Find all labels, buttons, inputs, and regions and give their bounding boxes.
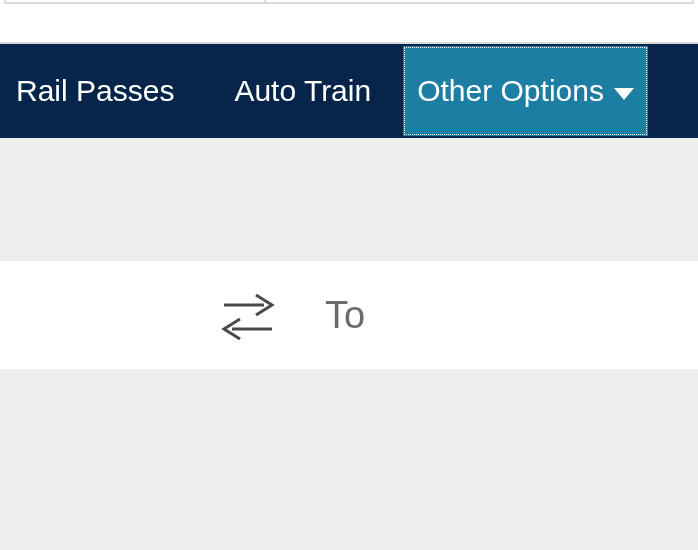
from-station-area[interactable] [0,261,200,369]
station-search-row: To [0,261,698,369]
to-station-input[interactable]: To [295,294,698,337]
tab-label: Rail Passes [16,74,174,108]
main-nav: Rail Passes Auto Train Other Options [0,44,698,138]
swap-stations-button[interactable] [200,285,295,345]
top-box-mid [266,0,694,4]
gap-lower [0,369,698,550]
chevron-down-icon [614,88,634,100]
swap-icon [218,285,278,345]
tab-label: Auto Train [234,74,371,108]
nav-spacer [650,44,690,138]
tab-label: Other Options [417,74,604,108]
tab-other-options[interactable]: Other Options [403,46,648,136]
top-strip [0,0,698,44]
tab-auto-train[interactable]: Auto Train [204,44,401,138]
tab-rail-passes[interactable]: Rail Passes [0,44,204,138]
top-box-left [4,0,266,4]
gap-upper [0,138,698,261]
